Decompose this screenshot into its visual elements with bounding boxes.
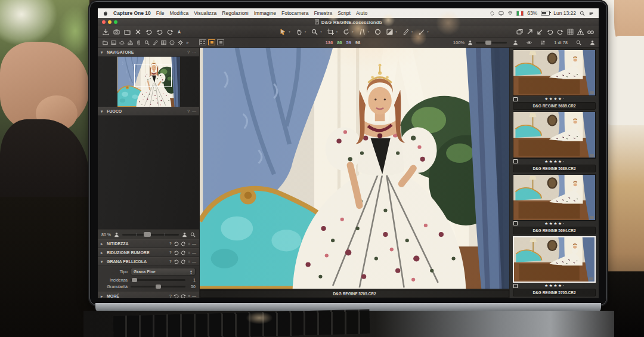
grain-reset-icon[interactable]: [181, 259, 186, 264]
adjustments-tab-icon[interactable]: [153, 40, 158, 45]
grain-chevron-icon[interactable]: ▾: [101, 259, 105, 264]
grain-preset-button[interactable]: ≡: [188, 259, 190, 264]
film-grain-header[interactable]: ▾ GRANA PELLICOLA ?≡—: [98, 257, 199, 266]
tab-overflow-button[interactable]: »: [186, 40, 188, 45]
focus-chevron-icon[interactable]: ▾: [101, 109, 105, 114]
thumb-rating-4[interactable]: ★ ★ ★ ★ ·: [544, 283, 564, 288]
navigator-preview[interactable]: [98, 57, 199, 107]
navigator-header[interactable]: ▾ NAVIGATORE ?⋯: [98, 48, 199, 57]
copy-adjustments-button[interactable]: [516, 29, 523, 35]
rotate-ccw-button[interactable]: [547, 29, 553, 35]
loupe-dropdown-caret[interactable]: ▾: [320, 30, 322, 33]
thumbnail-rating-row-2[interactable]: ★ ★ ★ ★ ·: [513, 159, 596, 165]
thumb-filename-1[interactable]: D&G REGINE 5685.CR2: [513, 102, 596, 110]
rotate-tool[interactable]: [343, 29, 349, 35]
lens-tab-icon[interactable]: [119, 40, 125, 45]
moire-chevron-icon[interactable]: ▸: [101, 294, 105, 299]
rotate-dropdown-caret[interactable]: ▾: [352, 30, 354, 33]
notification-center-icon[interactable]: [589, 11, 594, 16]
select-stepper-icon[interactable]: ▲▼: [190, 270, 193, 274]
brush-tool[interactable]: [418, 29, 425, 35]
sharpening-preset-button[interactable]: ≡: [188, 242, 190, 246]
focus-zoom-slider[interactable]: [122, 234, 179, 236]
menu-item-regolazioni[interactable]: Regolazioni: [222, 10, 248, 16]
thumbnail-image-4[interactable]: [513, 236, 596, 283]
thumb-rating-2[interactable]: ★ ★ ★ ★ ·: [544, 159, 564, 164]
noise-collapse-button[interactable]: —: [192, 251, 196, 255]
thumb-checkbox-4[interactable]: [513, 284, 518, 288]
crop-dropdown-caret[interactable]: ▾: [336, 30, 338, 33]
thumb-filename-3[interactable]: D&G REGINE 5694.CR2: [513, 227, 596, 234]
noise-copy-icon[interactable]: [174, 250, 179, 255]
thumbnail-rating-row-4[interactable]: ★ ★ ★ ★ ·: [513, 283, 596, 289]
sharpening-header[interactable]: ▸ NITIDEZZA ?≡—: [98, 239, 199, 248]
moire-reset-icon[interactable]: [181, 293, 186, 298]
loupe-tool[interactable]: [311, 29, 318, 35]
focus-collapse-button[interactable]: —: [192, 109, 196, 113]
sharpening-help-button[interactable]: ?: [169, 242, 172, 246]
focus-zoom-in-icon[interactable]: [182, 232, 187, 237]
grid-view-button[interactable]: [199, 39, 206, 45]
moire-copy-icon[interactable]: [174, 293, 179, 298]
grain-granularity-value[interactable]: 50: [188, 285, 196, 289]
menu-item-fotocamera[interactable]: Fotocamera: [281, 10, 308, 16]
color-tag-checkbox[interactable]: [471, 292, 476, 296]
grain-granularity-slider[interactable]: [131, 286, 185, 287]
grain-impact-value[interactable]: 1: [188, 278, 196, 282]
focus-preview[interactable]: [98, 116, 199, 229]
noise-preset-button[interactable]: ≡: [188, 251, 190, 255]
noise-reset-icon[interactable]: [181, 250, 186, 255]
menu-item-aiuto[interactable]: Aiuto: [356, 10, 367, 16]
current-rating[interactable]: ★ ★ ★ ★ ·: [478, 292, 499, 296]
thumbnail-image-2[interactable]: [513, 112, 596, 158]
grain-type-select[interactable]: Grana Fine ▲▼: [131, 268, 196, 276]
thumb-checkbox-2[interactable]: [513, 159, 518, 163]
export-folder-button[interactable]: [124, 29, 131, 35]
pen-tool[interactable]: [402, 29, 409, 35]
thumbnail-image-3[interactable]: [513, 174, 596, 221]
sharpening-chevron-icon[interactable]: ▸: [101, 242, 105, 246]
table-tab-icon[interactable]: [161, 40, 166, 45]
library-tab-icon[interactable]: [103, 40, 108, 45]
crop-tool[interactable]: [327, 29, 334, 35]
input-language-flag-icon[interactable]: [516, 11, 524, 16]
thumbnail-cell-4-selected[interactable]: ★ ★ ★ ★ · D&G REGINE 5705.CR2: [513, 236, 596, 296]
keystone-dropdown-caret[interactable]: ▾: [368, 30, 370, 33]
cursor-dropdown-caret[interactable]: ▾: [289, 30, 290, 33]
sharpening-copy-icon[interactable]: [174, 241, 179, 246]
thumb-filename-2[interactable]: D&G REGINE 5689.CR2: [513, 165, 596, 172]
select-cursor-tool[interactable]: [280, 29, 286, 35]
undo-button[interactable]: [145, 29, 152, 35]
navigator-menu-button[interactable]: ⋯: [192, 50, 196, 55]
moire-collapse-button[interactable]: —: [192, 294, 196, 298]
thumbnail-rating-row-1[interactable]: ★ ★ ★ ★ ·: [513, 96, 596, 102]
output-tab-icon[interactable]: [128, 40, 133, 45]
grain-impact-slider[interactable]: [131, 279, 185, 281]
pan-hand-tool[interactable]: [296, 29, 302, 35]
viewer-zoom-slider[interactable]: [476, 42, 507, 44]
moire-preset-button[interactable]: ≡: [188, 294, 190, 298]
redo-button[interactable]: [167, 29, 174, 35]
menu-app-name[interactable]: Capture One 10: [113, 10, 151, 16]
metadata-tab-icon[interactable]: [136, 40, 141, 45]
focus-help-button[interactable]: ?: [187, 109, 190, 113]
auto-adjust-button[interactable]: A: [178, 30, 181, 34]
info-tab-icon[interactable]: [169, 40, 175, 45]
display-menu-icon[interactable]: [499, 11, 504, 16]
sharpening-reset-icon[interactable]: [181, 241, 186, 246]
sort-icon[interactable]: [540, 40, 546, 45]
settings-tab-icon[interactable]: [178, 40, 183, 45]
preview-eye-icon[interactable]: [527, 40, 532, 45]
strip-view-button[interactable]: [217, 39, 224, 45]
battery-icon[interactable]: [541, 11, 550, 16]
zoom-fit-icon[interactable]: [467, 40, 473, 45]
menu-item-visualizza[interactable]: Visualizza: [194, 10, 216, 16]
color-tag-icon[interactable]: [501, 292, 506, 296]
apply-back-button[interactable]: [537, 29, 543, 35]
pen-dropdown-caret[interactable]: ▾: [411, 30, 413, 33]
hand-dropdown-caret[interactable]: ▾: [305, 30, 306, 33]
thumbnail-rating-row-3[interactable]: ★ ★ ★ ★ ·: [513, 221, 596, 227]
menu-clock[interactable]: Lun 13:22: [553, 10, 576, 16]
grain-collapse-button[interactable]: —: [192, 259, 196, 264]
noise-help-button[interactable]: ?: [169, 251, 172, 255]
